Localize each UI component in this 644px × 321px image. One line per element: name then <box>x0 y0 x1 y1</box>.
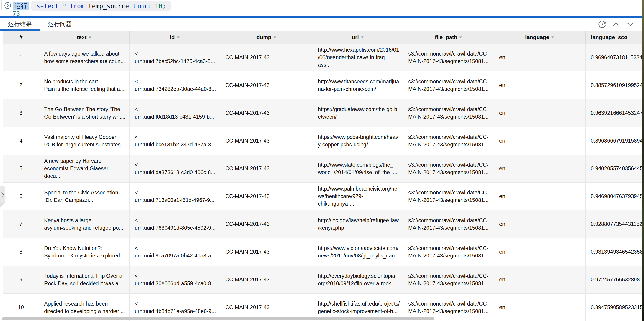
cell-language-score[interactable]: 0.9288077354431152 <box>586 210 644 238</box>
tab-run-problems[interactable]: 运行问题 <box>40 18 80 31</box>
cell-url[interactable]: http://www.palmbeachcivic.org/ne ws/heal… <box>313 183 403 210</box>
table-row[interactable]: 5A new paper by Harvard economist Edward… <box>3 155 644 183</box>
cell-language[interactable]: en <box>494 238 586 266</box>
cell-language[interactable]: en <box>494 44 586 71</box>
cell-dump[interactable]: CC-MAIN-2017-43 <box>220 127 313 155</box>
cell-id[interactable]: < urn:uuid:bce131b2-347d-437a-8... <box>130 127 220 155</box>
left-panel-expander[interactable] <box>0 186 6 203</box>
cell-file-path[interactable]: s3://commoncrawl/crawl-data/CC- MAIN-201… <box>403 44 494 71</box>
cell-dump[interactable]: CC-MAIN-2017-43 <box>220 294 313 321</box>
cell-text[interactable]: Vast majority of Heavy Copper PCB for la… <box>39 127 130 155</box>
cell-url[interactable]: http://loc.gov/law/help/refugee-law /ken… <box>313 210 403 238</box>
cell-url[interactable]: http://shellfish.ifas.ufl.edu/projects/ … <box>313 294 403 321</box>
table-row[interactable]: 8Do You Know Nutrition?: Syndrome X myst… <box>3 238 644 266</box>
cell-num[interactable]: 1 <box>3 44 39 71</box>
cell-url[interactable]: https://graduateway.com/the-go-b etween/ <box>313 99 403 127</box>
cell-num[interactable]: 10 <box>3 294 39 321</box>
table-row[interactable]: 4Vast majority of Heavy Copper PCB for l… <box>3 127 644 155</box>
cell-num[interactable]: 8 <box>3 238 39 266</box>
cell-language[interactable]: en <box>494 99 586 127</box>
cell-file-path[interactable]: s3://commoncrawl/crawl-data/CC- MAIN-201… <box>403 210 494 238</box>
cell-text[interactable]: Special to the Civic Association :Dr. Ea… <box>39 183 130 210</box>
cell-id[interactable]: < urn:uuid:9ca7097a-0b42-41a8-a... <box>130 238 220 266</box>
table-row[interactable]: 6Special to the Civic Association :Dr. E… <box>3 183 644 210</box>
cell-file-path[interactable]: s3://commoncrawl/crawl-data/CC- MAIN-201… <box>403 155 494 182</box>
column-header-id[interactable]: id▼ <box>130 31 220 44</box>
cell-dump[interactable]: CC-MAIN-2017-43 <box>220 155 313 182</box>
cell-text[interactable]: Applied research has been directed to de… <box>39 294 130 321</box>
run-button[interactable]: 运行 <box>13 2 29 10</box>
cell-language-score[interactable]: 0.9469804763793945 <box>586 183 644 210</box>
cell-dump[interactable]: CC-MAIN-2017-43 <box>220 266 313 293</box>
cell-file-path[interactable]: s3://commoncrawl/crawl-data/CC- MAIN-201… <box>403 183 494 210</box>
cell-num[interactable]: 6 <box>3 183 39 210</box>
cell-id[interactable]: < urn:uuid:4b34b71e-a95a-48e6-9... <box>130 294 220 321</box>
cell-file-path[interactable]: s3://commoncrawl/crawl-data/CC- MAIN-201… <box>403 294 494 321</box>
column-header-url[interactable]: url▼ <box>313 31 403 44</box>
cell-file-path[interactable]: s3://commoncrawl/crawl-data/CC- MAIN-201… <box>403 72 494 99</box>
tab-run-results[interactable]: 运行结果 <box>0 18 40 31</box>
table-row[interactable]: 10Applied research has been directed to … <box>3 294 644 321</box>
cell-id[interactable]: < urn:uuid:7630491d-805c-4592-9... <box>130 210 220 238</box>
cell-num[interactable]: 9 <box>3 266 39 293</box>
cell-id[interactable]: < urn:uuid:734282ea-30ae-44a0-8... <box>130 72 220 99</box>
cell-dump[interactable]: CC-MAIN-2017-43 <box>220 99 313 127</box>
cell-id[interactable]: < urn:uuid:f0d18d13-c431-4159-b... <box>130 99 220 127</box>
cell-language[interactable]: en <box>494 294 586 321</box>
column-header-language[interactable]: language▼ <box>494 31 586 44</box>
horizontal-scrollbar[interactable] <box>2 317 434 320</box>
cell-num[interactable]: 7 <box>3 210 39 238</box>
cell-num[interactable]: 4 <box>3 127 39 155</box>
cell-url[interactable]: http://www.slate.com/blogs/the_ world_/2… <box>313 155 403 182</box>
cell-text[interactable]: Do You Know Nutrition?: Syndrome X myste… <box>39 238 130 266</box>
cell-dump[interactable]: CC-MAIN-2017-43 <box>220 210 313 238</box>
cell-dump[interactable]: CC-MAIN-2017-43 <box>220 72 313 99</box>
cell-file-path[interactable]: s3://commoncrawl/crawl-data/CC- MAIN-201… <box>403 238 494 266</box>
cell-file-path[interactable]: s3://commoncrawl/crawl-data/CC- MAIN-201… <box>403 99 494 127</box>
cell-language[interactable]: en <box>494 72 586 99</box>
cell-language[interactable]: en <box>494 155 586 182</box>
cell-id[interactable]: < urn:uuid:30e666bd-a559-4ca0-8... <box>130 266 220 293</box>
cell-url[interactable]: http://www.titanseeds.com/marijua na-for… <box>313 72 403 99</box>
cell-file-path[interactable]: s3://commoncrawl/crawl-data/CC- MAIN-201… <box>403 266 494 293</box>
cell-url[interactable]: http://www.hexapolis.com/2016/01 /06/nea… <box>313 44 403 71</box>
previous-result-chevron-up-icon[interactable] <box>612 20 621 29</box>
cell-language-score[interactable]: 0.9639216661453247 <box>586 99 644 127</box>
cell-language-score[interactable]: 0.9402055740356445 <box>586 155 644 182</box>
history-clock-icon[interactable] <box>598 20 607 29</box>
column-header-dump[interactable]: dump▼ <box>220 31 313 44</box>
cell-language-score[interactable]: 0.8968666791915894 <box>586 127 644 155</box>
cell-id[interactable]: < urn:uuid:713a00a1-f51d-4967-9... <box>130 183 220 210</box>
cell-text[interactable]: Today is International Flip Over a Rock … <box>39 266 130 293</box>
cell-num[interactable]: 3 <box>3 99 39 127</box>
cell-url[interactable]: http://everydaybiology.scientopia. org/2… <box>313 266 403 293</box>
query-editor-line[interactable]: 运行 select * from temp_source limit 10; 7… <box>0 0 644 18</box>
cell-language[interactable]: en <box>494 127 586 155</box>
cell-text[interactable]: Kenya hosts a large asylum-seeking and r… <box>39 210 130 238</box>
cell-language-score[interactable]: 0.8857296109199524 <box>586 72 644 99</box>
cell-language-score[interactable]: 0.9313949346542358 <box>586 238 644 266</box>
cell-language-score[interactable]: 0.8947590589523315 <box>586 294 644 321</box>
cell-language[interactable]: en <box>494 183 586 210</box>
column-header-file-path[interactable]: file_path▼ <box>403 31 494 44</box>
cell-num[interactable]: 5 <box>3 155 39 182</box>
table-row[interactable]: 3The Go-Between The story ‘The Go-Betwee… <box>3 99 644 127</box>
cell-id[interactable]: < urn:uuid:7bec52bc-1470-4ca3-8... <box>130 44 220 71</box>
cell-language[interactable]: en <box>494 210 586 238</box>
cell-text[interactable]: A few days ago we talked about how some … <box>39 44 130 71</box>
sql-statement[interactable]: select * from temp_source limit 10; <box>32 1 171 11</box>
cell-file-path[interactable]: s3://commoncrawl/crawl-data/CC- MAIN-201… <box>403 127 494 155</box>
table-row[interactable]: 2No products in the cart. Pain is the in… <box>3 72 644 99</box>
cell-dump[interactable]: CC-MAIN-2017-43 <box>220 238 313 266</box>
cell-text[interactable]: The Go-Between The story ‘The Go-Between… <box>39 99 130 127</box>
cell-language[interactable]: en <box>494 266 586 293</box>
cell-language-score[interactable]: 0.972457766532898 <box>586 266 644 293</box>
table-row[interactable]: 1A few days ago we talked about how some… <box>3 44 644 72</box>
cell-num[interactable]: 2 <box>3 72 39 99</box>
column-header-text[interactable]: text▼ <box>39 31 130 44</box>
run-icon[interactable] <box>4 2 12 9</box>
cell-url[interactable]: https://www.victoriaadvocate.com/ news/2… <box>313 238 403 266</box>
cell-dump[interactable]: CC-MAIN-2017-43 <box>220 44 313 71</box>
next-result-chevron-down-icon[interactable] <box>626 20 635 29</box>
cell-id[interactable]: < urn:uuid:da373613-c3d0-406c-8... <box>130 155 220 182</box>
